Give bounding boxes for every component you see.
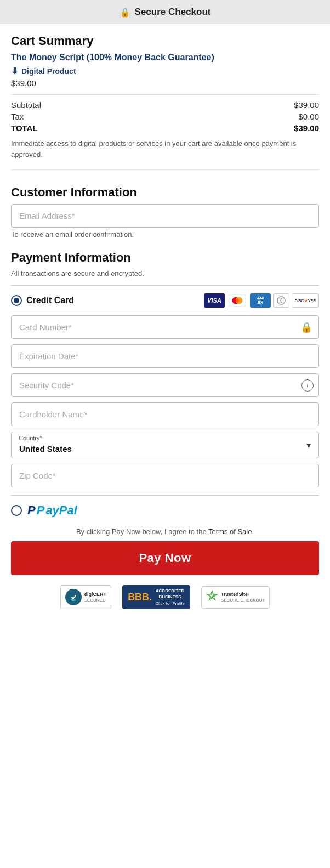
access-note: Immediate access to digital products or … xyxy=(11,138,319,160)
subtotal-row: Subtotal $39.00 xyxy=(11,100,319,110)
security-code-input[interactable] xyxy=(11,373,319,397)
digicert-title: digiCERT xyxy=(84,592,107,598)
payment-info-section: Payment Information All transactions are… xyxy=(11,251,319,277)
expiration-date-input[interactable] xyxy=(11,344,319,368)
product-price: $39.00 xyxy=(11,78,319,88)
header: 🔒 Secure Checkout xyxy=(0,0,330,24)
product-title: The Money Script (100% Money Back Guaran… xyxy=(11,53,319,63)
terms-period: . xyxy=(252,527,254,536)
bbb-line2: BUSINESS xyxy=(155,594,185,600)
paypal-divider xyxy=(11,495,319,496)
header-title: Secure Checkout xyxy=(135,7,211,18)
info-icon: i xyxy=(301,379,314,392)
digital-product-label: Digital Product xyxy=(21,67,76,76)
lock-icon: 🔒 xyxy=(120,7,130,18)
payment-divider xyxy=(11,285,319,286)
divider-2 xyxy=(11,169,319,170)
customer-info-section: Customer Information To receive an email… xyxy=(11,185,319,239)
credit-card-radio[interactable] xyxy=(11,295,22,306)
card-brands: VISA AMEX xyxy=(204,293,319,308)
paypal-text: ayPal xyxy=(45,503,77,518)
paypal-p-blue: P xyxy=(27,503,36,518)
bbb-logo: BBB. xyxy=(128,592,152,603)
email-input[interactable] xyxy=(11,204,319,228)
total-row: TOTAL $39.00 xyxy=(11,123,319,133)
trusted-title: TrustedSite xyxy=(221,592,265,598)
payment-info-title: Payment Information xyxy=(11,251,319,265)
svg-point-5 xyxy=(281,298,286,303)
total-value: $39.00 xyxy=(294,123,319,133)
pay-now-button[interactable]: Pay Now xyxy=(11,541,319,575)
expiration-date-wrapper xyxy=(11,344,319,368)
email-hint: To receive an email order confirmation. xyxy=(11,230,319,239)
lock-field-icon: 🔒 xyxy=(300,321,312,333)
trust-badges: digiCERT SECURED BBB. ACCREDITED BUSINES… xyxy=(11,585,319,620)
bbb-text-block: ACCREDITED BUSINESS Click for Profile xyxy=(155,588,185,606)
trustedsite-badge: TrustedSite SECURE CHECKOUT xyxy=(201,586,270,609)
tax-value: $0.00 xyxy=(298,112,319,121)
divider-1 xyxy=(11,94,319,95)
credit-card-label: Credit Card xyxy=(26,296,74,305)
cart-summary-section: Cart Summary The Money Script (100% Mone… xyxy=(11,34,319,160)
mastercard-icon xyxy=(227,293,248,308)
main-content: Cart Summary The Money Script (100% Mone… xyxy=(0,24,330,630)
download-icon: ⬇ xyxy=(11,66,18,76)
card-number-wrapper: 🔒 xyxy=(11,315,319,339)
subtotal-value: $39.00 xyxy=(294,100,319,110)
terms-link[interactable]: Terms of Sale xyxy=(208,527,252,536)
discover-icon: DISC●VER xyxy=(292,293,319,308)
paypal-option[interactable]: PPayPal xyxy=(11,503,319,518)
zip-code-input[interactable] xyxy=(11,464,319,487)
country-select[interactable]: United States Canada United Kingdom xyxy=(11,432,319,458)
diners-icon xyxy=(273,293,289,308)
credit-card-option[interactable]: Credit Card VISA AMEX xyxy=(11,293,319,308)
country-wrapper: Country* United States Canada United Kin… xyxy=(11,432,319,458)
subtotal-label: Subtotal xyxy=(11,100,41,110)
cardholder-name-input[interactable] xyxy=(11,402,319,426)
customer-info-title: Customer Information xyxy=(11,185,319,200)
svg-rect-7 xyxy=(71,599,76,601)
security-code-wrapper: i xyxy=(11,373,319,397)
digicert-icon xyxy=(65,589,82,605)
terms-row: By clicking Pay Now below, I agree to th… xyxy=(11,527,319,536)
paypal-logo: PPayPal xyxy=(27,503,77,518)
credit-card-option-left: Credit Card xyxy=(11,295,74,306)
bbb-badge: BBB. ACCREDITED BUSINESS Click for Profi… xyxy=(122,585,190,609)
tax-label: Tax xyxy=(11,112,24,121)
cardholder-name-wrapper xyxy=(11,402,319,426)
paypal-p-light: P xyxy=(37,503,45,518)
terms-prefix: By clicking Pay Now below, I agree to th… xyxy=(76,527,207,536)
digital-product-row: ⬇ Digital Product xyxy=(11,66,319,76)
payment-subtitle: All transactions are secure and encrypte… xyxy=(11,269,319,277)
card-number-input[interactable] xyxy=(11,315,319,339)
digicert-subtitle: SECURED xyxy=(84,598,107,603)
paypal-radio[interactable] xyxy=(11,505,22,516)
zip-code-wrapper xyxy=(11,464,319,487)
tax-row: Tax $0.00 xyxy=(11,112,319,121)
trusted-checkmark-icon xyxy=(206,590,218,605)
bbb-line1: ACCREDITED xyxy=(155,588,185,594)
total-label: TOTAL xyxy=(11,123,38,133)
amex-icon: AMEX xyxy=(250,293,271,308)
trusted-subtitle: SECURE CHECKOUT xyxy=(221,598,265,603)
digicert-badge: digiCERT SECURED xyxy=(60,585,112,609)
svg-point-3 xyxy=(277,297,285,304)
digicert-text: digiCERT SECURED xyxy=(84,592,107,603)
trusted-text-block: TrustedSite SECURE CHECKOUT xyxy=(221,592,265,603)
visa-icon: VISA xyxy=(204,293,225,308)
bbb-profile: Click for Profile xyxy=(155,601,185,606)
cart-summary-title: Cart Summary xyxy=(11,34,319,48)
